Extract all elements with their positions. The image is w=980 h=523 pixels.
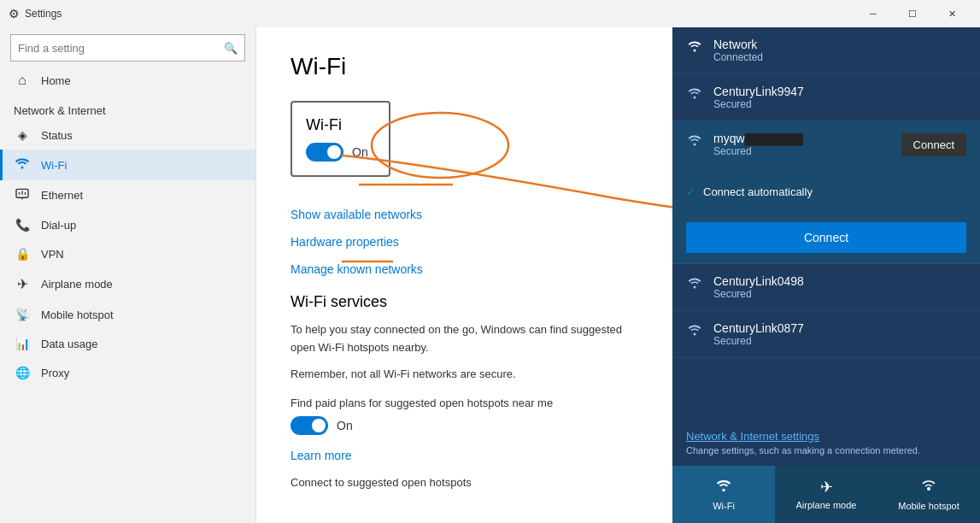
flyout-airplane-label: Airplane mode: [796, 500, 857, 510]
network-info-cl9947: CenturyLink9947 Secured: [713, 85, 966, 110]
network-status-connected: Connected: [713, 51, 966, 63]
network-settings-section: Network & Internet settings Change setti…: [672, 418, 980, 459]
close-button[interactable]: ✕: [932, 0, 971, 27]
search-box[interactable]: 🔍: [10, 34, 245, 62]
sidebar-item-vpn[interactable]: 🔒 VPN: [0, 239, 255, 268]
network-info-cl0877: CenturyLink0877 Secured: [713, 321, 966, 347]
main-content: Wi-Fi Wi-Fi On Show available networks H…: [256, 27, 672, 523]
sidebar-item-hotspot[interactable]: 📡 Mobile hotspot: [0, 300, 255, 329]
show-available-link[interactable]: Show available networks: [290, 208, 638, 221]
connect-hotspot-label: Connect to suggested open hotspots: [290, 476, 638, 489]
flyout-hotspot-icon: [919, 478, 938, 497]
page-title: Wi-Fi: [290, 53, 638, 80]
network-status-myqw: Secured: [713, 145, 891, 157]
maximize-button[interactable]: ☐: [893, 0, 932, 27]
auto-connect-label: Connect automatically: [703, 185, 813, 198]
minimize-button[interactable]: ─: [854, 0, 893, 27]
sidebar-item-status[interactable]: ◈ Status: [0, 120, 255, 150]
wifi-icon-cl0498: [686, 276, 703, 294]
vpn-icon: 🔒: [14, 247, 31, 261]
wifi-icon-myqw: [686, 133, 703, 151]
home-icon: ⌂: [14, 73, 31, 88]
ethernet-icon: [14, 188, 31, 203]
learn-more-link[interactable]: Learn more: [290, 449, 638, 462]
app-title: Settings: [25, 8, 62, 20]
wifi-icon-cl0877: [686, 323, 703, 341]
wifi-nav-icon: [14, 157, 31, 173]
flyout-hotspot-label: Mobile hotspot: [898, 501, 959, 511]
network-flyout: Network Connected CenturyLink9947 Secure…: [672, 27, 980, 523]
network-info-connected: Network Connected: [713, 38, 966, 63]
network-name-connected: Network: [713, 38, 966, 51]
network-status-cl0877: Secured: [713, 335, 966, 347]
wifi-toggle[interactable]: [306, 143, 343, 162]
connect-inline-button[interactable]: Connect: [901, 133, 966, 156]
sidebar: 🔍 ⌂ Home Network & Internet ◈ Status Wi-…: [0, 27, 256, 523]
network-main-row-myqw: myqw████████ Secured Connect: [672, 121, 980, 167]
flyout-bottom-nav: Wi-Fi ✈ Airplane mode: [672, 466, 980, 523]
network-settings-link[interactable]: Network & Internet settings: [686, 430, 819, 443]
services-paragraph1: To help you stay connected on the go, Wi…: [290, 321, 638, 357]
network-status-cl0498: Secured: [713, 288, 966, 300]
auto-connect-check: ✓: [686, 185, 696, 198]
network-item-cl0498[interactable]: CenturyLink0498 Secured: [672, 264, 980, 311]
window-controls: ─ ☐ ✕: [854, 0, 971, 27]
network-name-cl9947: CenturyLink9947: [713, 85, 966, 98]
app-icon: ⚙: [9, 7, 20, 21]
svg-point-7: [927, 487, 930, 491]
find-paid-state: On: [337, 419, 353, 432]
hardware-properties-link[interactable]: Hardware properties: [290, 235, 638, 249]
auto-connect-row: ✓ Connect automatically: [672, 178, 980, 205]
flyout-wifi-icon: [714, 478, 733, 497]
network-item-centurylink9947[interactable]: CenturyLink9947 Secured: [672, 74, 980, 121]
network-item-cl0877[interactable]: CenturyLink0877 Secured: [672, 311, 980, 358]
settings-desc: Change settings, such as making a connec…: [686, 445, 966, 455]
dialup-icon: 📞: [14, 218, 31, 232]
sidebar-item-home[interactable]: ⌂ Home: [0, 65, 255, 96]
services-paragraph2: Remember, not all Wi-Fi networks are sec…: [290, 366, 638, 384]
hotspot-icon: 📡: [14, 308, 31, 321]
proxy-icon: 🌐: [14, 366, 31, 379]
search-input[interactable]: [11, 42, 217, 55]
flyout-nav-hotspot[interactable]: Mobile hotspot: [877, 466, 980, 523]
sidebar-item-datausage[interactable]: 📊 Data usage: [0, 329, 255, 358]
sidebar-item-ethernet[interactable]: Ethernet: [0, 180, 255, 210]
sidebar-item-wifi[interactable]: Wi-Fi: [0, 150, 255, 180]
status-icon: ◈: [14, 128, 31, 142]
datausage-icon: 📊: [14, 337, 31, 350]
network-item-myqw[interactable]: myqw████████ Secured Connect ✓ Connect a…: [672, 121, 980, 264]
network-info-cl0498: CenturyLink0498 Secured: [713, 274, 966, 300]
find-paid-toggle[interactable]: [290, 416, 328, 435]
wifi-icon-cl9947: [686, 86, 703, 104]
network-status-cl9947: Secured: [713, 98, 966, 110]
wifi-services-title: Wi-Fi services: [290, 293, 638, 311]
network-list: Network Connected CenturyLink9947 Secure…: [672, 27, 980, 418]
svg-point-5: [372, 113, 508, 178]
sidebar-item-proxy[interactable]: 🌐 Proxy: [0, 358, 255, 387]
wifi-toggle-label: Wi-Fi: [306, 116, 368, 134]
network-name-myqw: myqw████████: [713, 132, 891, 145]
flyout-nav-airplane[interactable]: ✈ Airplane mode: [775, 466, 877, 523]
flyout-airplane-icon: ✈: [820, 478, 833, 497]
title-bar: ⚙ Settings ─ ☐ ✕: [0, 0, 980, 27]
sidebar-item-airplane[interactable]: ✈ Airplane mode: [0, 268, 255, 300]
connect-main-button[interactable]: Connect: [686, 222, 966, 253]
sidebar-item-dialup[interactable]: 📞 Dial-up: [0, 210, 255, 239]
search-icon: 🔍: [217, 42, 244, 55]
wifi-connected-icon: [686, 39, 703, 57]
network-name-cl0498: CenturyLink0498: [713, 274, 966, 288]
network-name-cl0877: CenturyLink0877: [713, 321, 966, 335]
flyout-wifi-label: Wi-Fi: [713, 501, 735, 511]
wifi-toggle-state: On: [352, 145, 368, 159]
flyout-nav-wifi[interactable]: Wi-Fi: [672, 466, 775, 523]
network-info-myqw: myqw████████ Secured: [713, 132, 891, 157]
find-paid-label: Find paid plans for suggested open hotsp…: [290, 397, 638, 409]
network-item-connected[interactable]: Network Connected: [672, 27, 980, 74]
manage-known-link[interactable]: Manage known networks: [290, 262, 638, 276]
wifi-toggle-section: Wi-Fi On: [290, 101, 390, 177]
flyout-bottom: Network & Internet settings Change setti…: [672, 418, 980, 523]
sidebar-section-label: Network & Internet: [0, 96, 255, 120]
airplane-icon: ✈: [14, 276, 31, 292]
